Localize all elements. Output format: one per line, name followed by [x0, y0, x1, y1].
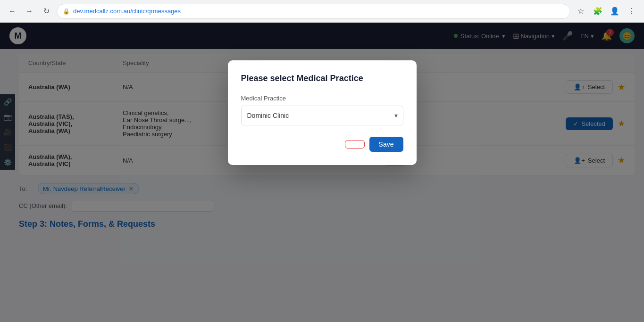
browser-actions: ☆ 🧩 👤 ⋮	[574, 5, 638, 18]
modal-overlay: Please select Medical Practice Medical P…	[0, 23, 644, 322]
back-button[interactable]: ←	[6, 5, 19, 18]
dropdown-wrapper: Dominic Clinic Other Clinic ▾	[241, 106, 403, 125]
save-button[interactable]: Save	[369, 137, 403, 152]
modal-dialog: Please select Medical Practice Medical P…	[228, 60, 417, 165]
url-text: dev.medcallz.com.au/clinic/qrmessages	[73, 8, 181, 15]
profile-button[interactable]: 👤	[608, 5, 621, 18]
security-icon: 🔒	[63, 8, 69, 15]
address-bar[interactable]: 🔒 dev.medcallz.com.au/clinic/qrmessages	[57, 4, 570, 19]
modal-actions: Save	[241, 137, 403, 152]
refresh-button[interactable]: ↻	[40, 5, 53, 18]
app-container: M Status: Online ▾ ⊞ Navigation ▾ 🎤 EN ▾…	[0, 23, 644, 322]
medical-practice-label: Medical Practice	[241, 95, 403, 102]
cancel-button[interactable]	[345, 140, 365, 149]
bookmark-button[interactable]: ☆	[574, 5, 587, 18]
modal-title: Please select Medical Practice	[241, 74, 403, 83]
browser-bar: ← → ↻ 🔒 dev.medcallz.com.au/clinic/qrmes…	[0, 0, 644, 23]
forward-button[interactable]: →	[23, 5, 36, 18]
extension-button[interactable]: 🧩	[591, 5, 604, 18]
medical-practice-dropdown[interactable]: Dominic Clinic Other Clinic	[241, 106, 403, 125]
menu-button[interactable]: ⋮	[625, 5, 638, 18]
